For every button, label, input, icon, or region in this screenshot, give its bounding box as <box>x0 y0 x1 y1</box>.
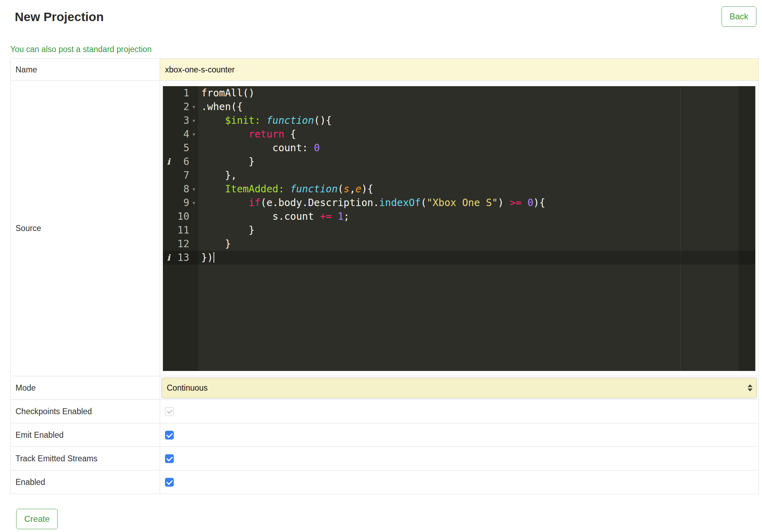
emit-enabled-label: Emit Enabled <box>11 423 160 447</box>
fold-arrow-icon <box>189 210 198 223</box>
emit-enabled-cell <box>160 423 759 447</box>
mode-select-value: Continuous <box>167 383 208 393</box>
gutter-cell: i13 <box>163 251 198 264</box>
code-line[interactable]: 4▾ return { <box>163 127 755 141</box>
source-label: Source <box>11 81 160 376</box>
table-row: Enabled <box>11 470 759 494</box>
code-line[interactable]: 3▾ $init: function(){ <box>163 114 755 127</box>
code-line[interactable]: 1fromAll() <box>163 86 755 100</box>
info-icon <box>163 168 174 182</box>
create-button[interactable]: Create <box>16 509 58 529</box>
info-icon <box>163 114 174 127</box>
checkpoints-enabled-cell <box>160 400 759 423</box>
fold-arrow-icon[interactable]: ▾ <box>189 127 198 141</box>
projection-form-table: Name Source 1fromAll()2▾.when({3▾ $init:… <box>10 58 759 494</box>
back-button[interactable]: Back <box>722 6 756 27</box>
line-number: 6 <box>174 155 189 168</box>
line-number: 12 <box>174 237 189 251</box>
code-line[interactable]: 9▾ if(e.body.Description.indexOf("Xbox O… <box>163 196 755 210</box>
track-emitted-streams-cell <box>160 447 759 470</box>
code-text: ItemAdded: function(s,e){ <box>198 182 373 196</box>
table-row: Checkpoints Enabled <box>11 400 759 423</box>
line-number: 4 <box>174 127 189 141</box>
code-text: } <box>198 223 255 237</box>
line-number: 8 <box>174 182 189 196</box>
enabled-checkbox[interactable] <box>165 478 174 487</box>
mode-select[interactable]: Continuous <box>161 378 757 398</box>
standard-projection-link[interactable]: You can also post a standard projection <box>10 44 152 54</box>
table-row: Source 1fromAll()2▾.when({3▾ $init: func… <box>11 81 759 376</box>
code-line[interactable]: 8▾ ItemAdded: function(s,e){ <box>163 182 755 196</box>
code-line[interactable]: 10 s.count += 1; <box>163 210 755 223</box>
track-emitted-streams-checkbox[interactable] <box>165 454 174 463</box>
code-text: if(e.body.Description.indexOf("Xbox One … <box>198 196 545 210</box>
fold-arrow-icon[interactable]: ▾ <box>189 182 198 196</box>
enabled-label: Enabled <box>11 470 160 494</box>
table-row: Mode Continuous <box>11 376 759 400</box>
source-editor[interactable]: 1fromAll()2▾.when({3▾ $init: function(){… <box>163 86 755 371</box>
line-number: 1 <box>174 86 189 100</box>
info-icon <box>163 182 174 196</box>
gutter-cell: 4▾ <box>163 127 198 141</box>
code-text: count: 0 <box>198 141 320 155</box>
fold-arrow-icon <box>189 251 198 264</box>
text-cursor <box>214 252 214 263</box>
info-icon <box>163 223 174 237</box>
info-icon <box>163 237 174 251</box>
code-line[interactable]: 7 }, <box>163 168 755 182</box>
table-row: Name <box>11 59 759 81</box>
checkpoints-enabled-checkbox <box>165 407 174 416</box>
code-line[interactable]: 2▾.when({ <box>163 100 755 114</box>
code-line[interactable]: i6 } <box>163 155 755 168</box>
line-number: 5 <box>174 141 189 155</box>
fold-arrow-icon[interactable]: ▾ <box>189 196 198 210</box>
gutter-cell: 12 <box>163 237 198 251</box>
track-emitted-streams-label: Track Emitted Streams <box>11 447 160 470</box>
gutter-cell: i6 <box>163 155 198 168</box>
code-text: fromAll() <box>198 86 255 100</box>
code-line[interactable]: i13}) <box>163 251 755 264</box>
fold-arrow-icon[interactable]: ▾ <box>189 114 198 127</box>
gutter-cell: 9▾ <box>163 196 198 210</box>
gutter-cell: 11 <box>163 223 198 237</box>
code-text: }) <box>198 251 214 264</box>
fold-arrow-icon[interactable]: ▾ <box>189 100 198 114</box>
mode-label: Mode <box>11 376 160 400</box>
name-value-cell <box>160 59 759 81</box>
line-number: 7 <box>174 168 189 182</box>
gutter-cell: 5 <box>163 141 198 155</box>
gutter-cell: 3▾ <box>163 114 198 127</box>
emit-enabled-checkbox[interactable] <box>165 431 174 440</box>
info-icon <box>163 196 174 210</box>
gutter-cell: 2▾ <box>163 100 198 114</box>
info-icon <box>163 210 174 223</box>
code-text: $init: function(){ <box>198 114 332 127</box>
info-icon <box>163 127 174 141</box>
code-line[interactable]: 5 count: 0 <box>163 141 755 155</box>
line-number: 2 <box>174 100 189 114</box>
fold-arrow-icon <box>189 223 198 237</box>
code-line[interactable]: 11 } <box>163 223 755 237</box>
line-number: 9 <box>174 196 189 210</box>
info-icon <box>163 100 174 114</box>
fold-arrow-icon <box>189 155 198 168</box>
code-text: }, <box>198 168 237 182</box>
code-text: } <box>198 155 255 168</box>
checkpoints-enabled-label: Checkpoints Enabled <box>11 400 160 423</box>
gutter-cell: 1 <box>163 86 198 100</box>
code-line[interactable]: 12 } <box>163 237 755 251</box>
mode-value-cell: Continuous <box>160 376 759 400</box>
page-header: New Projection Back <box>0 0 762 25</box>
fold-arrow-icon <box>189 86 198 100</box>
gutter-cell: 10 <box>163 210 198 223</box>
info-icon <box>163 86 174 100</box>
info-icon <box>163 141 174 155</box>
name-input[interactable] <box>160 59 758 81</box>
fold-arrow-icon <box>189 141 198 155</box>
source-value-cell: 1fromAll()2▾.when({3▾ $init: function(){… <box>160 81 759 376</box>
fold-arrow-icon <box>189 168 198 182</box>
line-number: 10 <box>174 210 189 223</box>
line-number: 3 <box>174 114 189 127</box>
table-row: Track Emitted Streams <box>11 447 759 470</box>
line-number: 11 <box>174 223 189 237</box>
